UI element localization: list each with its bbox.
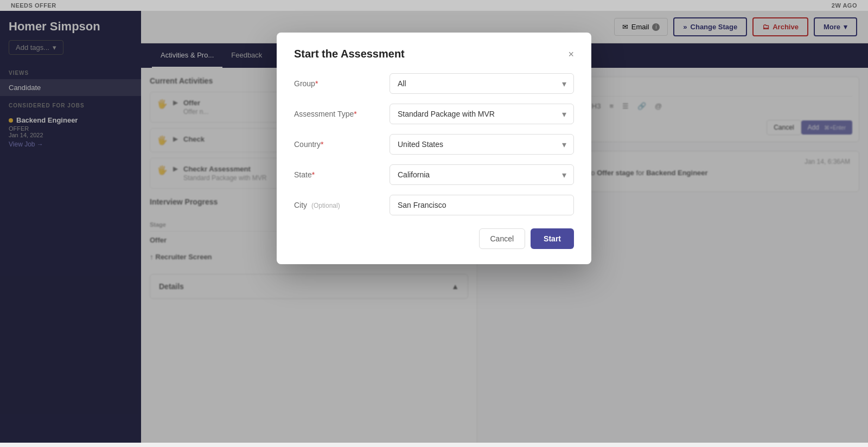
form-group-group: Group* All Group A Group B xyxy=(294,73,574,94)
modal-title: Start the Assessment xyxy=(294,48,405,60)
state-label: State* xyxy=(294,170,381,179)
form-group-city: City (Optional) xyxy=(294,195,574,215)
assessment-type-select[interactable]: Standard Package with MVR Basic Package … xyxy=(390,104,574,124)
required-marker: * xyxy=(315,79,318,88)
group-select-wrapper: All Group A Group B xyxy=(390,73,574,94)
start-button[interactable]: Start xyxy=(531,228,574,249)
modal-header: Start the Assessment × xyxy=(294,48,574,60)
group-label: Group* xyxy=(294,79,381,88)
start-assessment-modal: Start the Assessment × Group* All Group … xyxy=(277,33,591,264)
required-marker: * xyxy=(354,110,356,118)
app-container: Homer Simpson Add tags... ▾ VIEWS Candid… xyxy=(0,11,868,443)
form-group-state: State* California New York Texas Florida xyxy=(294,164,574,185)
needs-offer-label: NEEDS OFFER xyxy=(11,2,56,9)
country-select[interactable]: United States Canada United Kingdom xyxy=(390,134,574,155)
form-group-assessment-type: Assessment Type* Standard Package with M… xyxy=(294,104,574,124)
group-select[interactable]: All Group A Group B xyxy=(390,73,574,94)
city-input[interactable] xyxy=(390,195,574,215)
assessment-type-label: Assessment Type* xyxy=(294,110,381,118)
top-bar: NEEDS OFFER 2W AGO xyxy=(0,0,868,11)
required-marker: * xyxy=(312,170,315,179)
optional-label: (Optional) xyxy=(311,202,340,209)
modal-footer: Cancel Start xyxy=(294,228,574,249)
time-ago-label: 2W AGO xyxy=(832,2,857,9)
modal-overlay: Start the Assessment × Group* All Group … xyxy=(0,11,868,443)
state-select[interactable]: California New York Texas Florida xyxy=(390,164,574,185)
country-select-wrapper: United States Canada United Kingdom xyxy=(390,134,574,155)
country-label: Country* xyxy=(294,140,381,149)
required-marker: * xyxy=(321,140,323,149)
city-label: City (Optional) xyxy=(294,201,381,209)
state-select-wrapper: California New York Texas Florida xyxy=(390,164,574,185)
form-group-country: Country* United States Canada United Kin… xyxy=(294,134,574,155)
cancel-button[interactable]: Cancel xyxy=(479,228,526,249)
modal-close-button[interactable]: × xyxy=(568,49,574,59)
assessment-type-select-wrapper: Standard Package with MVR Basic Package … xyxy=(390,104,574,124)
